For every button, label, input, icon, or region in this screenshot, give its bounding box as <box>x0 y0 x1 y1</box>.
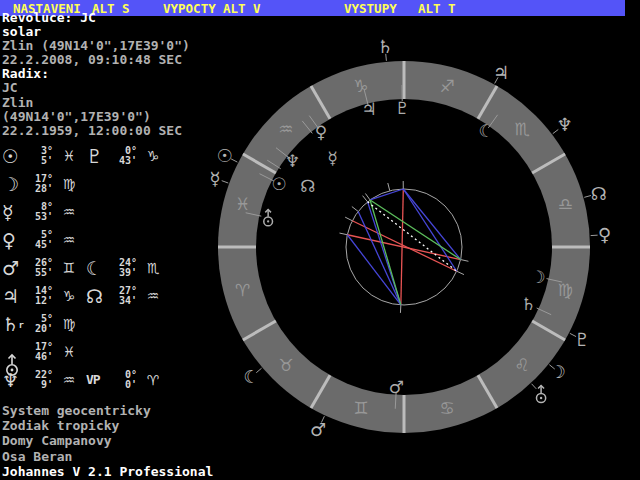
wheel-planet-outer-sun: ☉ <box>217 145 233 166</box>
wheel-sign-sagittarius: ♐ <box>440 76 455 96</box>
info-bottom-line: Zodiak tropicky <box>2 418 213 433</box>
wheel-planet-inner-moon: ☽ <box>530 267 545 287</box>
wheel-sign-leo: ♌ <box>514 355 529 375</box>
wheel-planet-outer-venus: ♀ <box>598 224 611 245</box>
wheel-sign-scorpio: ♏ <box>514 119 529 139</box>
wheel-planet-outer-mercury: ☿ <box>210 168 221 189</box>
wheel-sign-capricorn: ♑ <box>353 76 368 96</box>
wheel-planet-inner-neptune: ♆ <box>285 151 300 171</box>
wheel-planet-outer-lilith: ☾ <box>244 366 260 387</box>
info-bottom-line: Osa Beran <box>2 449 213 464</box>
wheel-planet-inner-venus: ♀ <box>315 122 327 142</box>
wheel-planet-outer-neptune: ♆ <box>557 114 573 135</box>
wheel-planet-inner-mercury: ☿ <box>327 148 337 168</box>
wheel-planet-inner-mars: ♂ <box>389 377 404 397</box>
wheel-planet-outer-pluto: ♇ <box>574 329 590 350</box>
wheel-sign-aquarius: ♒ <box>278 119 293 139</box>
info-bottom-line: Domy Campanovy <box>2 433 213 448</box>
wheel-planet-outer-moon: ☽ <box>550 361 566 382</box>
info-bottom-line: System geocentricky <box>2 403 213 418</box>
outer-planet-tick <box>222 181 229 183</box>
wheel-sign-aries: ♈ <box>235 280 250 300</box>
wheel-planet-outer-jupiter: ♃ <box>493 62 509 83</box>
wheel-planet-inner-saturn: ♄ <box>521 294 536 314</box>
wheel-planet-inner-pluto: ♇ <box>395 98 410 118</box>
wheel-planet-inner-node: ☊ <box>300 176 315 196</box>
wheel-sign-libra: ♎ <box>558 194 573 214</box>
info-bottom-line: Johannes V 2.1 Professional <box>2 464 213 479</box>
wheel-planet-outer-uranus <box>536 386 545 403</box>
wheel-sign-taurus: ♉ <box>278 355 293 375</box>
settings-info-block: System geocentrickyZodiak tropickyDomy C… <box>2 403 213 479</box>
wheel-planet-inner-lilith: ☾ <box>478 121 493 141</box>
wheel-sign-gemini: ♊ <box>353 398 368 418</box>
wheel-planet-outer-saturn: ♄ <box>377 36 393 57</box>
outer-planet-tick <box>532 384 537 389</box>
app-screen: NASTAVENIALT SVYPOCTYALT VVYSTUPYALT T R… <box>0 0 640 480</box>
wheel-sign-virgo: ♍ <box>558 280 573 300</box>
wheel-sign-cancer: ♋ <box>440 398 455 418</box>
wheel-planet-inner-jupiter: ♃ <box>362 99 377 119</box>
wheel-sign-pisces: ♓ <box>235 194 250 214</box>
wheel-planet-outer-node: ☊ <box>591 183 607 204</box>
wheel-planet-inner-sun: ☉ <box>272 174 287 194</box>
wheel-planet-outer-mars: ♂ <box>310 419 326 440</box>
